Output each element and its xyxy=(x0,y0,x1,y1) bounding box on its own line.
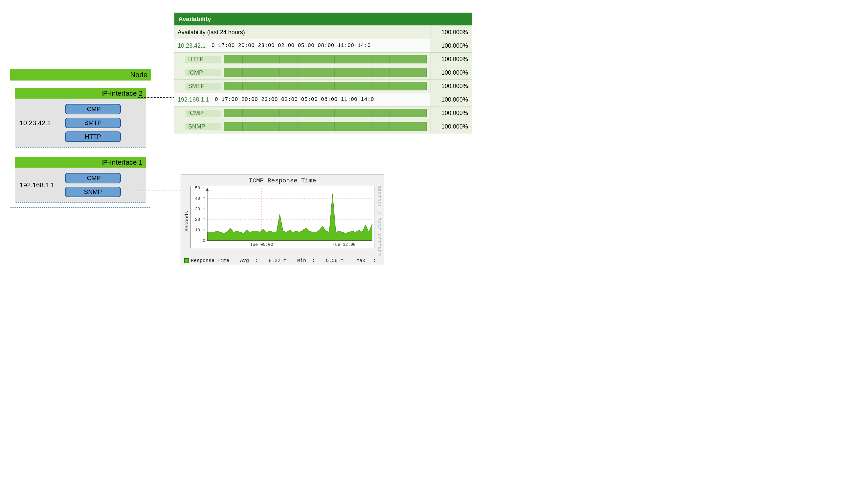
chart-title: ICMP Response Time xyxy=(184,177,381,184)
availability-ip-link-1[interactable]: 192.168.1.1 xyxy=(178,96,209,103)
svg-text:50 m: 50 m xyxy=(195,186,205,191)
availability-svc-row: SMTP 100.000% xyxy=(175,79,472,93)
service-smtp-link[interactable]: SMTP xyxy=(188,83,205,90)
ip-interface-1: IP-Interface 1 192.168.1.1 ICMP SNMP xyxy=(15,157,146,203)
chart-legend: Response Time Avg : 8.22 m Min : 6.58 m … xyxy=(184,257,381,264)
service-icmp-link[interactable]: ICMP xyxy=(188,69,203,76)
connector-line-1 xyxy=(138,97,175,97)
availability-svc-row: ICMP 100.000% xyxy=(175,66,472,79)
svg-text:30 m: 30 m xyxy=(195,207,205,212)
canvas: Node IP-Interface 2 10.23.42.1 ICMP SMTP… xyxy=(6,6,493,276)
availability-ip-row-1: 192.168.1.1 0 17:00 20:00 23:00 02:00 05… xyxy=(175,93,472,106)
service-pill-icmp: ICMP xyxy=(65,104,121,114)
chart-y-label: Seconds xyxy=(184,186,190,257)
availability-summary-label: Availability (last 24 hours) xyxy=(178,29,245,36)
ip-interface-2-address: 10.23.42.1 xyxy=(20,119,59,127)
legend-avg: 8.22 m xyxy=(269,258,286,264)
svg-text:0: 0 xyxy=(203,238,205,243)
ip-interface-1-address: 192.168.1.1 xyxy=(20,181,59,189)
service-snmp-pct: 100.000% xyxy=(431,120,472,133)
service-icmp2-pct: 100.000% xyxy=(431,107,472,120)
ip-interface-2: IP-Interface 2 10.23.42.1 ICMP SMTP HTTP xyxy=(15,88,146,148)
ip-interface-1-title: IP-Interface 1 xyxy=(15,157,146,168)
svg-text:Tue 00:00: Tue 00:00 xyxy=(250,242,273,247)
availability-title: Availability xyxy=(175,13,472,25)
availability-ip-pct-1: 100.000% xyxy=(431,93,472,106)
ip-interface-2-title: IP-Interface 2 xyxy=(15,88,146,98)
svg-text:10 m: 10 m xyxy=(195,228,205,233)
legend-series-name: Response Time xyxy=(191,258,229,264)
service-snmp-link[interactable]: SNMP xyxy=(188,123,205,130)
service-http-pct: 100.000% xyxy=(431,53,472,66)
node-box: Node IP-Interface 2 10.23.42.1 ICMP SMTP… xyxy=(10,69,151,208)
service-pill-http: HTTP xyxy=(65,132,121,142)
availability-svc-row: ICMP 100.000% xyxy=(175,106,472,120)
node-body: IP-Interface 2 10.23.42.1 ICMP SMTP HTTP… xyxy=(10,81,151,207)
svg-text:Tue 12:00: Tue 12:00 xyxy=(333,242,356,247)
availability-summary-row: Availability (last 24 hours) 100.000% xyxy=(175,25,472,39)
svg-text:20 m: 20 m xyxy=(195,217,205,222)
availability-ip-pct-0: 100.000% xyxy=(431,39,472,52)
connector-line-2 xyxy=(138,191,181,191)
node-title: Node xyxy=(10,69,151,81)
timeline-ticks: 0 17:00 20:00 23:00 02:00 05:00 08:00 11… xyxy=(212,43,371,49)
availability-bar xyxy=(224,122,427,131)
legend-min: 6.58 m xyxy=(326,258,343,264)
service-icmp-pct: 100.000% xyxy=(431,66,472,79)
availability-panel: Availability Availability (last 24 hours… xyxy=(174,12,472,134)
svg-text:40 m: 40 m xyxy=(195,196,205,201)
timeline-ticks: 0 17:00 20:00 23:00 02:00 05:00 08:00 11… xyxy=(215,97,374,103)
availability-bar xyxy=(224,68,427,77)
availability-svc-row: SNMP 100.000% xyxy=(175,120,472,133)
availability-ip-link-0[interactable]: 10.23.42.1 xyxy=(178,42,206,49)
service-pill-smtp: SMTP xyxy=(65,118,121,128)
availability-bar xyxy=(224,55,427,63)
legend-swatch xyxy=(184,258,189,263)
availability-bar xyxy=(224,82,427,90)
chart-plot: 010 m20 m30 m40 m50 mTue 00:00Tue 12:00 xyxy=(190,186,374,248)
service-smtp-pct: 100.000% xyxy=(431,80,472,93)
rrdtool-brand: RRDTOOL / TOBI OETIKER xyxy=(375,186,381,257)
service-pill-snmp: SNMP xyxy=(65,187,121,197)
availability-ip-row-0: 10.23.42.1 0 17:00 20:00 23:00 02:00 05:… xyxy=(175,39,472,52)
legend-max-label: Max xyxy=(356,258,365,264)
service-http-link[interactable]: HTTP xyxy=(188,56,204,63)
availability-svc-row: HTTP 100.000% xyxy=(175,52,472,66)
service-pill-icmp-2: ICMP xyxy=(65,173,121,183)
icmp-response-chart: ICMP Response Time Seconds 010 m20 m30 m… xyxy=(181,174,384,265)
availability-summary-pct: 100.000% xyxy=(431,26,472,39)
availability-bar xyxy=(224,109,427,117)
service-icmp2-link[interactable]: ICMP xyxy=(188,110,203,117)
